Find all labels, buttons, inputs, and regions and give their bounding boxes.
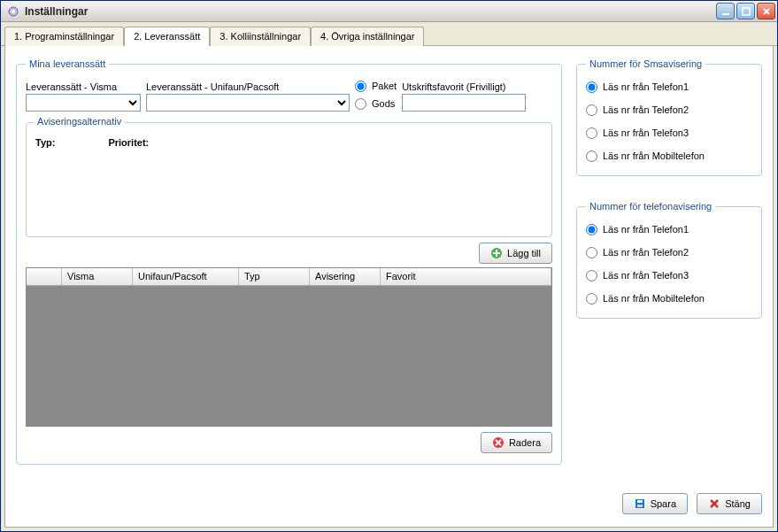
delivery-fieldset: Mina leveranssätt Leveranssätt - Visma L… <box>16 58 562 465</box>
sms-opt4: Läs nr från Mobiltelefon <box>603 150 705 161</box>
sms-telefon2-radio[interactable] <box>586 104 597 116</box>
svg-rect-8 <box>493 252 500 254</box>
tel-fieldset: Nummer för telefonavisering Läs nr från … <box>576 201 762 319</box>
titlebar: Inställningar <box>1 1 777 22</box>
close-button-label: Stäng <box>725 498 751 509</box>
gods-radio[interactable] <box>355 98 366 110</box>
svg-rect-2 <box>722 13 729 15</box>
gods-label: Gods <box>372 98 395 109</box>
tel-telefon2-radio[interactable] <box>586 247 597 258</box>
grid-col-favorit[interactable]: Favorit <box>381 268 551 285</box>
close-button[interactable]: Stäng <box>697 493 762 514</box>
visma-label: Leveranssätt - Visma <box>26 81 141 92</box>
sms-opt3: Läs nr från Telefon3 <box>603 127 689 138</box>
visma-select[interactable] <box>26 94 141 112</box>
close-icon <box>708 497 720 510</box>
sms-telefon1-radio[interactable] <box>586 81 597 93</box>
tab-bar: 1. Programinställningar 2. Leveranssätt … <box>1 22 777 46</box>
delete-button-label: Radera <box>509 437 541 448</box>
grid-col-blank[interactable] <box>27 268 62 285</box>
tel-telefon1-radio[interactable] <box>586 224 597 235</box>
save-button[interactable]: Spara <box>622 493 688 514</box>
delivery-legend: Mina leveranssätt <box>26 58 109 69</box>
paket-radio[interactable] <box>355 81 366 92</box>
favorit-input[interactable] <box>402 94 526 112</box>
sms-opt2: Läs nr från Telefon2 <box>603 104 689 115</box>
tel-opt4: Läs nr från Mobiltelefon <box>603 293 705 304</box>
delivery-grid[interactable]: Visma Unifaun/Pacsoft Typ Avisering Favo… <box>26 267 552 427</box>
tel-mobil-radio[interactable] <box>586 293 597 305</box>
add-button-label: Lägg till <box>507 248 541 258</box>
svg-rect-13 <box>637 500 643 503</box>
avisering-fieldset: Aviseringsalternativ Typ: Prioritet: <box>26 122 552 237</box>
sms-fieldset: Nummer för Smsavisering Läs nr från Tele… <box>576 58 762 176</box>
grid-col-avisering[interactable]: Avisering <box>310 268 381 285</box>
grid-header: Visma Unifaun/Pacsoft Typ Avisering Favo… <box>27 268 551 286</box>
maximize-button[interactable] <box>736 3 755 19</box>
settings-window: Inställningar 1. Programinställningar 2.… <box>0 0 778 532</box>
delete-button[interactable]: Radera <box>481 432 552 453</box>
tab-other-settings[interactable]: 4. Övriga inställningar <box>311 27 424 46</box>
unifaun-label: Leveranssätt - Unifaun/Pacsoft <box>146 81 350 92</box>
tel-telefon3-radio[interactable] <box>586 270 597 281</box>
window-title: Inställningar <box>25 5 716 18</box>
save-icon <box>634 497 646 510</box>
close-window-button[interactable] <box>757 3 775 19</box>
tel-opt1: Läs nr från Telefon1 <box>603 224 689 235</box>
tab-delivery-methods[interactable]: 2. Leveranssätt <box>124 27 210 46</box>
save-button-label: Spara <box>651 498 676 509</box>
tab-parcel-settings[interactable]: 3. Kolliinställningar <box>210 27 311 46</box>
grid-col-unifaun[interactable]: Unifaun/Pacsoft <box>133 268 239 285</box>
tab-program-settings[interactable]: 1. Programinställningar <box>4 27 124 46</box>
unifaun-select[interactable] <box>146 94 350 112</box>
add-button[interactable]: Lägg till <box>479 243 552 264</box>
grid-col-visma[interactable]: Visma <box>62 268 133 285</box>
svg-rect-14 <box>637 505 643 507</box>
minimize-button[interactable] <box>716 3 735 19</box>
sms-legend: Nummer för Smsavisering <box>586 58 705 69</box>
prioritet-header: Prioritet: <box>108 137 149 148</box>
grid-col-typ[interactable]: Typ <box>239 268 310 285</box>
sms-telefon3-radio[interactable] <box>586 127 597 139</box>
tel-opt3: Läs nr från Telefon3 <box>603 270 689 281</box>
app-icon <box>6 4 20 19</box>
paket-label: Paket <box>372 81 397 91</box>
avisering-legend: Aviseringsalternativ <box>34 116 125 127</box>
tel-opt2: Läs nr från Telefon2 <box>603 247 689 258</box>
sms-mobil-radio[interactable] <box>586 150 597 162</box>
svg-rect-3 <box>743 8 750 15</box>
favorit-label: Utskriftsfavorit (Frivilligt) <box>402 81 526 92</box>
delete-icon <box>492 436 505 449</box>
svg-point-1 <box>12 10 15 13</box>
typ-header: Typ: <box>35 137 55 148</box>
grid-body <box>27 286 551 426</box>
tel-legend: Nummer för telefonavisering <box>586 201 715 212</box>
sms-opt1: Läs nr från Telefon1 <box>603 81 689 92</box>
window-controls <box>716 3 775 19</box>
tab-content: Mina leveranssätt Leveranssätt - Visma L… <box>4 46 774 528</box>
plus-icon <box>490 247 503 259</box>
